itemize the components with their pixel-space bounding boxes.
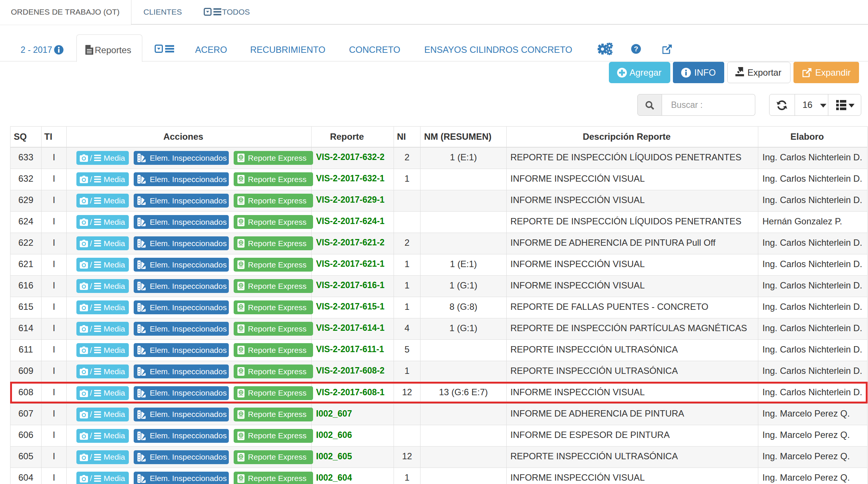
svg-text:?: ? xyxy=(634,45,638,53)
